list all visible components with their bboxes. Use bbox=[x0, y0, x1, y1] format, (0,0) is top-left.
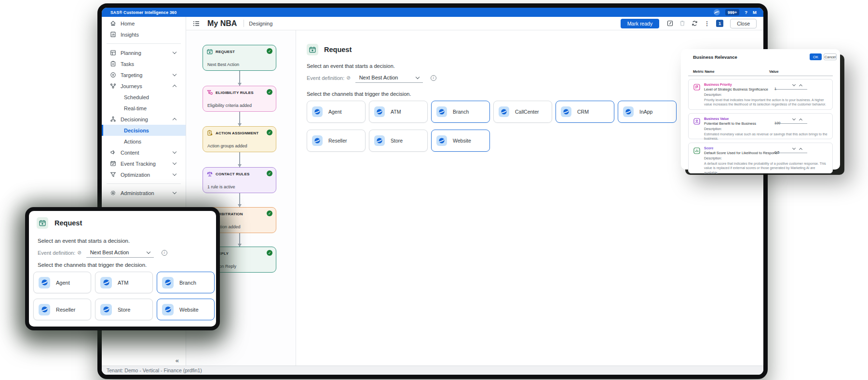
popup-title: Request bbox=[54, 219, 82, 227]
channel-card-atm[interactable]: ATM bbox=[95, 272, 153, 293]
value-stepper[interactable]: 1 bbox=[774, 83, 808, 92]
value-stepper[interactable]: 100 bbox=[774, 118, 808, 126]
check-icon: ✓ bbox=[267, 250, 272, 256]
channel-card-store[interactable]: Store bbox=[369, 130, 428, 152]
event-prompt: Select an event that starts a decision. bbox=[307, 63, 395, 69]
chevron-down-icon bbox=[173, 172, 176, 176]
page-header: My NBA Designing Mark ready ⋮ 1 Close bbox=[186, 17, 763, 30]
gear-icon bbox=[110, 190, 116, 196]
mode-label: Designing bbox=[249, 21, 272, 26]
request-popup: Request Select an event that starts a de… bbox=[25, 207, 220, 330]
avatar[interactable]: M bbox=[753, 10, 757, 15]
value-column-header: Value bbox=[769, 69, 779, 74]
channel-icon bbox=[623, 106, 634, 117]
validate-icon[interactable] bbox=[667, 20, 673, 26]
event-definition-dropdown[interactable]: Next Best Action bbox=[86, 248, 154, 258]
chevron-down-icon bbox=[173, 150, 176, 154]
sidebar-item-decisions[interactable]: Decisions bbox=[102, 125, 186, 136]
sidebar-item-scheduled[interactable]: Scheduled bbox=[102, 92, 186, 103]
chevron-down-icon bbox=[173, 50, 176, 54]
channel-card-website[interactable]: Website bbox=[431, 130, 490, 152]
sidebar-item-real-time[interactable]: Real-time bbox=[102, 103, 186, 114]
channel-card-reseller[interactable]: Reseller bbox=[307, 130, 366, 152]
kebab-menu-icon[interactable]: ⋮ bbox=[704, 20, 710, 27]
metric-row-business-value: Business Value Potential Benefit to the … bbox=[688, 113, 833, 139]
sidebar-item-insights[interactable]: Insights bbox=[102, 29, 186, 40]
channel-card-atm[interactable]: ATM bbox=[369, 101, 428, 123]
chevron-down-icon bbox=[173, 161, 176, 165]
channel-icon bbox=[499, 106, 509, 117]
insights-icon bbox=[110, 31, 116, 38]
calendar-star-icon bbox=[207, 49, 213, 54]
mark-ready-button[interactable]: Mark ready bbox=[621, 19, 660, 28]
chevron-down-icon bbox=[146, 249, 150, 253]
channel-card-crm[interactable]: CRM bbox=[556, 101, 614, 123]
channel-card-agent[interactable]: Agent bbox=[307, 101, 366, 123]
clipboard-icon bbox=[207, 130, 213, 136]
sidebar-item-targeting[interactable]: Targeting bbox=[102, 69, 186, 80]
sidebar-item-planning[interactable]: Planning bbox=[102, 47, 186, 58]
sidebar-item-home[interactable]: Home bbox=[102, 18, 186, 29]
channel-card-reseller[interactable]: Reseller bbox=[33, 299, 91, 320]
journeys-icon bbox=[110, 83, 116, 89]
value-stepper[interactable]: 0.5 bbox=[774, 147, 808, 156]
chevron-down-icon[interactable] bbox=[792, 117, 796, 120]
list-icon[interactable] bbox=[193, 21, 200, 26]
channel-card-callcenter[interactable]: CallCenter bbox=[493, 101, 552, 123]
flow-node-contact-rules[interactable]: CONTACT RULES 1 rule is active ✓ bbox=[203, 167, 276, 193]
brand-swirl-icon[interactable] bbox=[714, 9, 720, 15]
changes-badge[interactable]: 1 bbox=[716, 20, 723, 27]
flow-node-request[interactable]: REQUEST Next Best Action ✓ bbox=[203, 45, 276, 71]
metric-name-column-header: Metric Name bbox=[693, 69, 715, 74]
sidebar-item-tasks[interactable]: Tasks bbox=[102, 58, 186, 69]
channels-prompt: Select the channels that trigger the dec… bbox=[307, 91, 411, 97]
sidebar-item-optimization[interactable]: Optimization bbox=[102, 169, 186, 180]
optimization-icon bbox=[110, 171, 116, 178]
channel-card-agent[interactable]: Agent bbox=[33, 272, 91, 293]
section-title: Request bbox=[324, 46, 352, 53]
channel-card-website[interactable]: Website bbox=[157, 299, 215, 320]
channel-icon bbox=[436, 135, 447, 146]
trash-icon[interactable] bbox=[679, 20, 685, 26]
channel-card-inapp[interactable]: InApp bbox=[618, 101, 677, 123]
chevron-down-icon[interactable] bbox=[792, 83, 796, 86]
sync-icon[interactable] bbox=[692, 20, 698, 26]
chevron-up-icon[interactable] bbox=[799, 118, 802, 122]
info-icon[interactable]: i bbox=[431, 75, 436, 81]
flow-node-eligibility-rules[interactable]: ELIGIBILITY RULES Eligibility criteria a… bbox=[203, 86, 276, 112]
sidebar-item-content[interactable]: Content bbox=[102, 147, 186, 158]
decisioning-icon bbox=[110, 116, 116, 122]
channel-card-store[interactable]: Store bbox=[95, 299, 153, 320]
chevron-down-icon[interactable] bbox=[792, 146, 796, 150]
tasks-icon bbox=[110, 61, 116, 67]
sidebar-item-administration[interactable]: Administration bbox=[102, 187, 186, 198]
flow-connector bbox=[239, 233, 240, 247]
request-icon bbox=[307, 44, 318, 55]
info-icon[interactable]: i bbox=[162, 250, 167, 256]
sidebar-collapse-button[interactable]: « bbox=[176, 357, 179, 364]
metric-row-score: Score Default Score Used for Likelihood … bbox=[688, 143, 833, 173]
cancel-button[interactable]: Cancel bbox=[824, 53, 837, 60]
event-definition-dropdown[interactable]: Next Best Action bbox=[355, 73, 423, 83]
channel-icon bbox=[436, 106, 447, 117]
ok-button[interactable]: OK bbox=[810, 53, 822, 60]
sidebar-item-decisioning[interactable]: Decisioning bbox=[102, 114, 186, 125]
flow-connector bbox=[239, 152, 240, 167]
check-icon: ✓ bbox=[267, 48, 272, 54]
chevron-up-icon[interactable] bbox=[799, 148, 802, 151]
channel-card-branch[interactable]: Branch bbox=[157, 272, 215, 293]
chevron-up-icon[interactable] bbox=[799, 84, 802, 88]
flow-node-action-assignment[interactable]: ACTION ASSIGNMENT Action groups added ✓ bbox=[203, 126, 276, 152]
channel-card-branch[interactable]: Branch bbox=[431, 101, 490, 123]
required-slash-icon: ⊘ bbox=[77, 250, 81, 255]
sidebar-item-journeys[interactable]: Journeys bbox=[102, 80, 186, 92]
eligibility-icon bbox=[207, 90, 213, 95]
notifications-badge[interactable]: 999+ bbox=[725, 9, 739, 15]
channel-icon bbox=[312, 135, 323, 146]
help-icon[interactable]: ? bbox=[745, 10, 747, 15]
sidebar-item-event-tracking[interactable]: Event Tracking bbox=[102, 158, 186, 169]
sidebar-item-actions[interactable]: Actions bbox=[102, 136, 186, 147]
chevron-down-icon bbox=[173, 72, 176, 76]
close-button[interactable]: Close bbox=[730, 19, 757, 28]
event-definition-label: Event definition: bbox=[307, 75, 344, 81]
